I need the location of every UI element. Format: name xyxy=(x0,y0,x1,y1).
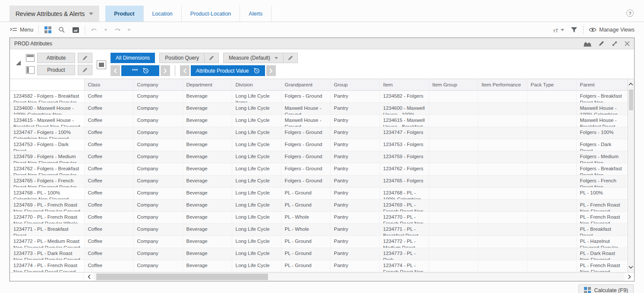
grid-cell-item[interactable]: 1234753 - Folgers -Dark Roast Non xyxy=(379,139,429,151)
grid-cell-department[interactable]: Beverage xyxy=(183,236,232,248)
grid-cell-company[interactable]: Company xyxy=(133,248,183,260)
grid-cell-company[interactable]: Company xyxy=(133,211,183,223)
grid-cell-company[interactable]: Company xyxy=(133,187,183,199)
grid-cell-pack_type[interactable] xyxy=(527,175,576,187)
grid-cell-grandparent[interactable]: PL - Ground xyxy=(281,236,330,248)
grid-cell-item_group[interactable] xyxy=(429,127,478,139)
grid-cell-class[interactable]: Coffee xyxy=(84,163,133,175)
grid-cell-parent[interactable]: Maxwell House -100% Colombian xyxy=(576,102,627,115)
grid-cell-department[interactable]: Beverage xyxy=(183,127,232,139)
grid-cell-division[interactable]: Long Life Cycle xyxy=(232,163,281,175)
collapse-pivot-icon[interactable] xyxy=(16,61,21,65)
grid-cell-grandparent[interactable]: Folgers - Ground xyxy=(281,139,330,151)
grid-cell-company[interactable]: Company xyxy=(133,115,183,127)
grid-cell-parent[interactable]: Folgers - FrenchRoast Non-Flavored xyxy=(576,175,627,187)
grid-cell-item[interactable]: 1234771 - PL -Breakfast Roast xyxy=(379,223,429,236)
grid-cell-item_performance[interactable] xyxy=(478,151,527,163)
grid-cell-division[interactable]: Long Life Cycle xyxy=(232,211,281,223)
calculate-button[interactable]: Calculate (F9) xyxy=(578,284,634,293)
grid-cell-pack_type[interactable] xyxy=(527,199,576,211)
horizontal-scroll-thumb[interactable] xyxy=(96,274,268,280)
grid-cell-department[interactable]: Beverage xyxy=(183,187,232,199)
undo-icon[interactable] xyxy=(90,26,98,34)
row-header-cell[interactable]: 1234770 - PL - French RoastNon-Flavored … xyxy=(10,211,84,223)
row-header-cell[interactable]: 1234769 - PL - French RoastNon-Flavored … xyxy=(10,199,84,211)
edit-product-axis-button[interactable] xyxy=(78,65,92,75)
grid-cell-group[interactable]: Pantry xyxy=(330,127,379,139)
tab-location[interactable]: Location xyxy=(144,6,182,22)
grid-cell-item[interactable]: 1234762 - Folgers -Breakfast Roast xyxy=(379,163,429,175)
grid-cell-parent[interactable]: Folgers - MediumRoast Non-Flavored xyxy=(576,151,627,163)
filter-icon[interactable] xyxy=(570,26,578,34)
grid-cell-class[interactable]: Coffee xyxy=(84,175,133,187)
grid-cell-class[interactable]: Coffee xyxy=(84,127,133,139)
grid-cell-grandparent[interactable]: PL - Whole xyxy=(281,211,330,223)
grid-cell-pack_type[interactable] xyxy=(527,223,576,236)
grid-cell-item[interactable]: 1234770 - PL -French Roast Non xyxy=(379,211,429,223)
grid-cell-parent[interactable]: PL - Dark RoastNon-Flavored xyxy=(576,248,627,260)
grid-cell-pack_type[interactable] xyxy=(527,127,576,139)
grid-cell-company[interactable]: Company xyxy=(133,199,183,211)
grid-cell-item_performance[interactable] xyxy=(478,211,527,223)
undo-menu-caret[interactable] xyxy=(104,29,107,31)
grid-cell-division[interactable]: Long Life CycleItems xyxy=(232,90,281,102)
grid-cell-item[interactable]: 1234773 - PL - DarkRoast Non-Flavored xyxy=(379,248,429,260)
column-header[interactable]: Item xyxy=(379,79,429,90)
row-header-cell[interactable]: 1234772 - PL - Medium RoastNon-Flavored … xyxy=(10,236,84,248)
page-axis-icon[interactable] xyxy=(97,61,106,69)
column-header[interactable]: Company xyxy=(133,79,183,90)
column-header[interactable]: Department xyxy=(183,79,232,90)
grid-cell-class[interactable]: Coffee xyxy=(84,260,133,272)
chart-icon[interactable] xyxy=(584,41,591,47)
grid-cell-department[interactable]: Beverage xyxy=(183,199,232,211)
edit-attribute-axis-button[interactable] xyxy=(78,53,92,63)
page-next-icon[interactable] xyxy=(161,65,170,76)
format-button[interactable]: тT xyxy=(553,26,564,34)
grid-cell-item_performance[interactable] xyxy=(478,187,527,199)
column-header[interactable]: Item Group xyxy=(429,79,478,90)
grid-cell-group[interactable]: Pantry xyxy=(330,187,379,199)
grid-cell-department[interactable]: Beverage xyxy=(183,175,232,187)
grid-cell-group[interactable]: Pantry xyxy=(330,163,379,175)
grid-cell-pack_type[interactable] xyxy=(527,248,576,260)
grid-cell-item_performance[interactable] xyxy=(478,248,527,260)
grid-cell-grandparent[interactable]: PL - Whole xyxy=(281,223,330,236)
column-header[interactable]: Item Performance xyxy=(478,79,527,90)
grid-cell-class[interactable]: Coffee xyxy=(84,187,133,199)
grid-cell-item_performance[interactable] xyxy=(478,236,527,248)
column-header[interactable]: Grandparent xyxy=(281,79,330,90)
grid-cell-group[interactable]: Pantry xyxy=(330,151,379,163)
grid-cell-parent[interactable]: PL - French RoastNon-Flavored xyxy=(576,199,627,211)
grid-cell-division[interactable]: Long Life Cycle xyxy=(232,139,281,151)
grid-cell-grandparent[interactable]: Folgers - Ground xyxy=(281,127,330,139)
grid-cell-parent[interactable]: PL - 100% xyxy=(576,187,627,199)
scroll-right-icon[interactable] xyxy=(625,273,634,281)
grid-cell-company[interactable]: Company xyxy=(133,151,183,163)
row-header-cell[interactable]: 1234582 - Folgers - BreakfastRoast Non-F… xyxy=(10,90,84,102)
grid-cell-group[interactable]: Pantry xyxy=(330,115,379,127)
row-header-cell[interactable]: 1234615 - Maxwell House -Breakfast Roast… xyxy=(10,115,84,127)
grid-cell-pack_type[interactable] xyxy=(527,102,576,115)
horizontal-scroll-track[interactable] xyxy=(94,273,625,281)
grid-cell-item_performance[interactable] xyxy=(478,90,527,102)
grid-cell-item[interactable]: 1234600 - MaxwellHouse - 100% xyxy=(379,102,429,115)
grid-cell-pack_type[interactable] xyxy=(527,211,576,223)
grid-cell-division[interactable]: Long Life Cycle xyxy=(232,102,281,115)
grid-cell-parent[interactable]: Folgers - 100% xyxy=(576,127,627,139)
grid-cell-pack_type[interactable] xyxy=(527,236,576,248)
grid-cell-department[interactable]: Beverage xyxy=(183,90,232,102)
grid-cell-department[interactable]: Beverage xyxy=(183,139,232,151)
column-axis-icon[interactable] xyxy=(26,54,35,62)
grid-cell-department[interactable]: Beverage xyxy=(183,115,232,127)
grid-cell-grandparent[interactable]: Folgers - Ground xyxy=(281,151,330,163)
tab-product-location[interactable]: Product-Location xyxy=(182,6,240,22)
grid-cell-item_performance[interactable] xyxy=(478,163,527,175)
grid-cell-pack_type[interactable] xyxy=(527,151,576,163)
manage-views-button[interactable]: Manage Views xyxy=(589,26,635,34)
grid-cell-group[interactable]: Pantry xyxy=(330,236,379,248)
grid-cell-grandparent[interactable]: Maxwell House -Ground xyxy=(281,115,330,127)
grid-cell-pack_type[interactable] xyxy=(527,260,576,272)
grid-cell-item_group[interactable] xyxy=(429,139,478,151)
edit-measure-button[interactable] xyxy=(283,53,298,63)
scroll-down-icon[interactable] xyxy=(628,263,635,272)
